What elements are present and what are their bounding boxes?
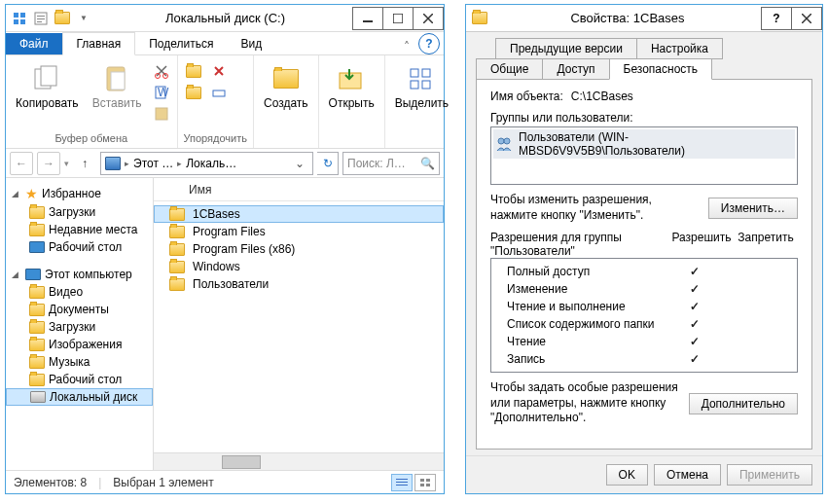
tab-home[interactable]: Главная <box>62 32 136 55</box>
newfolder-button[interactable]: Создать <box>260 61 312 112</box>
folder-icon <box>29 374 45 386</box>
copy-button[interactable]: Копировать <box>12 61 83 112</box>
cut-icon[interactable] <box>152 61 171 81</box>
check-icon <box>690 317 700 331</box>
users-listbox[interactable]: Пользователи (WIN-MBSD6V9V5B9\Пользовате… <box>490 126 798 185</box>
check-icon <box>690 335 700 348</box>
crumb-root[interactable]: Этот … <box>133 157 173 170</box>
crumb-current[interactable]: Локаль… <box>186 157 236 170</box>
ok-button[interactable]: OK <box>606 464 648 486</box>
nav-documents[interactable]: Документы <box>6 301 153 318</box>
pc-icon <box>105 157 121 170</box>
nav-forward-button[interactable]: → <box>37 152 60 175</box>
nav-downloads2[interactable]: Загрузки <box>6 318 153 336</box>
svg-rect-6 <box>37 18 45 19</box>
nav-back-button[interactable]: ← <box>10 152 33 175</box>
qat-dropdown-icon[interactable]: ▼ <box>74 9 93 28</box>
tab-share[interactable]: Поделиться <box>135 33 227 54</box>
horizontal-scrollbar[interactable] <box>154 452 444 470</box>
moveto-icon[interactable] <box>184 61 203 81</box>
advanced-button[interactable]: Дополнительно <box>689 393 798 414</box>
dialog-help-button[interactable]: ? <box>761 7 792 30</box>
user-entry[interactable]: Пользователи (WIN-MBSD6V9V5B9\Пользовате… <box>493 129 795 159</box>
apply-button[interactable]: Применить <box>727 464 812 486</box>
explorer-titlebar: ▼ Локальный диск (C:) <box>6 5 444 32</box>
file-row[interactable]: Program Files (x86) <box>154 240 444 258</box>
nav-desktop[interactable]: Рабочий стол <box>6 238 153 256</box>
tree-collapse-icon[interactable]: ◢ <box>12 189 21 198</box>
tab-customize[interactable]: Настройка <box>636 38 723 59</box>
svg-point-37 <box>504 138 510 144</box>
folder-icon <box>29 286 45 299</box>
tab-file[interactable]: Файл <box>6 33 62 54</box>
nav-history-dropdown[interactable]: ▾ <box>64 159 69 168</box>
close-button[interactable] <box>413 7 444 30</box>
folder-icon <box>169 243 185 256</box>
file-row[interactable]: 1CBases <box>154 205 444 223</box>
copypath-icon[interactable]: W <box>152 83 171 102</box>
svg-rect-32 <box>420 484 424 486</box>
nav-downloads[interactable]: Загрузки <box>6 203 153 221</box>
object-name-label: Имя объекта: <box>490 90 563 103</box>
nav-music[interactable]: Музыка <box>6 353 153 371</box>
file-row[interactable]: Program Files <box>154 223 444 240</box>
svg-rect-26 <box>422 81 430 89</box>
desktop-icon <box>29 241 45 253</box>
svg-rect-25 <box>411 81 418 89</box>
permissions-for-label: Разрешения для группы "Пользователи" <box>490 231 669 258</box>
nav-desktop2[interactable]: Рабочий стол <box>6 371 153 388</box>
paste-button[interactable]: Вставить <box>89 61 146 112</box>
tab-previous-versions[interactable]: Предыдущие версии <box>495 38 637 59</box>
minimize-button[interactable] <box>352 7 383 30</box>
tree-collapse-icon[interactable]: ◢ <box>12 270 21 279</box>
check-icon <box>690 282 700 296</box>
scrollbar-thumb[interactable] <box>222 455 261 469</box>
dialog-title: Свойства: 1CBases <box>493 11 762 25</box>
edit-permissions-button[interactable]: Изменить… <box>708 198 798 219</box>
svg-rect-31 <box>426 479 430 482</box>
tab-sharing[interactable]: Доступ <box>542 58 609 80</box>
svg-rect-24 <box>422 69 430 77</box>
ribbon-collapse-icon[interactable]: ˄ <box>399 39 414 54</box>
cancel-button[interactable]: Отмена <box>654 464 721 486</box>
folder-icon <box>169 208 185 221</box>
tab-view[interactable]: Вид <box>227 33 275 54</box>
file-row[interactable]: Пользователи <box>154 275 444 293</box>
paste-shortcut-icon[interactable] <box>152 104 171 124</box>
column-header-name[interactable]: Имя <box>154 178 444 201</box>
view-details-button[interactable] <box>391 474 413 491</box>
refresh-button[interactable]: ↻ <box>317 152 339 175</box>
file-list[interactable]: 1CBases Program Files Program Files (x86… <box>154 201 444 452</box>
qat-properties-icon[interactable] <box>31 9 51 28</box>
folder-icon <box>29 224 45 236</box>
copyto-icon[interactable] <box>184 83 203 102</box>
qat-newfolder-icon[interactable] <box>53 9 72 28</box>
maximize-button[interactable] <box>382 7 414 30</box>
delete-icon[interactable] <box>209 61 229 81</box>
address-dropdown-icon[interactable]: ⌄ <box>291 157 308 170</box>
users-group-icon <box>495 136 513 152</box>
rename-icon[interactable] <box>209 83 229 102</box>
svg-rect-15 <box>111 72 125 90</box>
file-row[interactable]: Windows <box>154 258 444 275</box>
nav-favorites-header[interactable]: ◢★Избранное <box>6 184 153 203</box>
permission-row: Полный доступ <box>497 263 791 280</box>
nav-up-button[interactable]: ↑ <box>73 152 96 175</box>
permissions-list[interactable]: Полный доступ Изменение Чтение и выполне… <box>490 258 798 373</box>
nav-thispc-header[interactable]: ◢Этот компьютер <box>6 266 153 283</box>
select-button[interactable]: Выделить <box>391 61 452 112</box>
breadcrumb[interactable]: ▸ Этот … ▸ Локаль… ⌄ <box>100 152 313 175</box>
help-icon[interactable]: ? <box>418 33 440 54</box>
view-icons-button[interactable] <box>414 474 436 491</box>
open-button[interactable]: Открыть <box>325 61 378 112</box>
nav-pictures[interactable]: Изображения <box>6 336 153 353</box>
svg-rect-1 <box>20 13 25 18</box>
tab-security[interactable]: Безопасность <box>609 58 713 80</box>
column-deny: Запретить <box>734 231 798 258</box>
tab-general[interactable]: Общие <box>476 58 543 80</box>
nav-recent[interactable]: Недавние места <box>6 221 153 238</box>
dialog-close-button[interactable] <box>791 7 822 30</box>
nav-videos[interactable]: Видео <box>6 283 153 301</box>
nav-localdisk[interactable]: Локальный диск <box>6 388 153 406</box>
search-input[interactable]: Поиск: Л… 🔍 <box>342 152 440 175</box>
